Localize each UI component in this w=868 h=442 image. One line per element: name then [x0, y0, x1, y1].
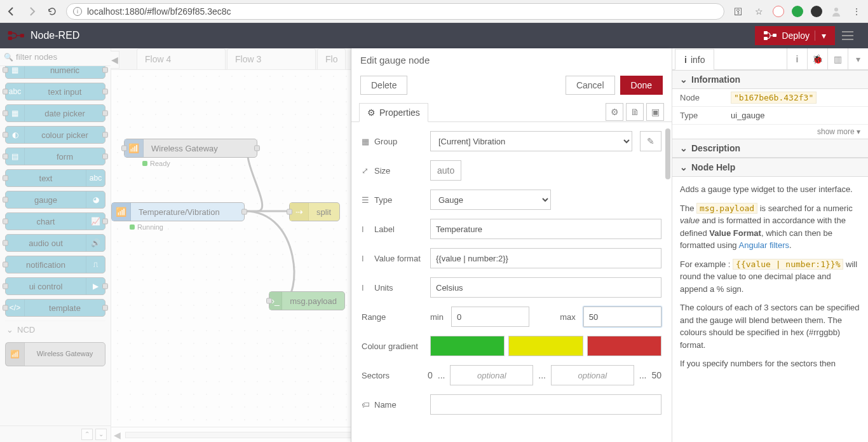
- info-sidebar: iinfo i 🐞 ▥ ▾ ⌄Information Node"b167be6b…: [672, 48, 868, 442]
- url-bar[interactable]: i localhost:1880/#flow/bf269f85.3ec8c: [66, 3, 724, 20]
- search-icon: 🔍: [4, 53, 13, 62]
- angular-filters-link[interactable]: Angular filters: [739, 240, 789, 250]
- menu-dots-icon[interactable]: ⋮: [850, 5, 863, 18]
- palette-node-gauge[interactable]: gauge◕: [5, 191, 105, 209]
- settings-icon[interactable]: ⚙: [606, 103, 623, 121]
- ssector-2-input[interactable]: [551, 365, 634, 385]
- show-more-link[interactable]: show more ▾: [672, 125, 868, 139]
- deploy-button[interactable]: Deploy ▾: [755, 26, 835, 45]
- app-logo: Node-RED: [8, 30, 79, 41]
- node-palette: ◀ 🔍 ▦numeric abctext input ▦date picker …: [0, 48, 111, 442]
- size-button[interactable]: auto: [430, 160, 461, 181]
- group-label: ▦Group: [362, 137, 423, 146]
- palette-collapse-button[interactable]: ◀: [111, 51, 119, 69]
- label-input[interactable]: [430, 219, 661, 239]
- edit-tray: Edit gauge node Delete Cancel Done ⚙ Pro…: [351, 48, 672, 442]
- color-1[interactable]: [430, 336, 505, 356]
- units-input[interactable]: [430, 277, 661, 298]
- reload-button[interactable]: [46, 5, 58, 18]
- type-select[interactable]: Gauge: [430, 190, 551, 210]
- range-label: Range: [362, 312, 423, 322]
- palette-node-ui-control[interactable]: ui control▶: [5, 277, 105, 295]
- flow-node-split[interactable]: ⇢split: [289, 202, 340, 221]
- color-3[interactable]: [587, 336, 661, 356]
- palette-node-text[interactable]: textabc: [5, 169, 105, 187]
- nodered-logo-icon: [8, 30, 25, 41]
- tray-scrollbar[interactable]: [665, 128, 670, 179]
- profile-icon[interactable]: [830, 5, 843, 18]
- sidebar-dashboard-icon[interactable]: ▥: [827, 48, 848, 69]
- sidebar-menu-caret[interactable]: ▾: [848, 48, 868, 69]
- app-title: Node-RED: [31, 30, 79, 41]
- min-label: min: [430, 312, 444, 322]
- section-node-help[interactable]: ⌄Node Help: [672, 158, 868, 177]
- back-button[interactable]: [5, 5, 18, 18]
- palette-node-date-picker[interactable]: ▦date picker: [5, 104, 105, 122]
- appearance-icon[interactable]: ▣: [646, 103, 664, 121]
- palette-node-template[interactable]: </>template: [5, 299, 105, 317]
- sidebar-debug-icon[interactable]: 🐞: [807, 48, 827, 69]
- tab-flow-4[interactable]: Flow 4: [137, 48, 226, 69]
- flow-node-wireless-gateway[interactable]: 📶Wireless Gateway Ready: [124, 139, 257, 158]
- doc-icon[interactable]: 🗎: [626, 103, 644, 121]
- tray-title: Edit gauge node: [351, 48, 672, 72]
- max-input[interactable]: [583, 307, 661, 327]
- palette-search[interactable]: 🔍: [0, 48, 111, 66]
- flow-node-temperature-vibration[interactable]: 📶Temperature/Vibration Running: [111, 202, 245, 221]
- sector-1-input[interactable]: [450, 365, 533, 385]
- value-format-input[interactable]: [430, 248, 661, 268]
- color-2[interactable]: [508, 336, 583, 356]
- ext-icon-3[interactable]: [811, 6, 822, 17]
- palette-filter-input[interactable]: [13, 52, 107, 62]
- palette-node-numeric[interactable]: ▦numeric: [5, 66, 105, 79]
- svg-rect-4: [764, 31, 768, 34]
- tab-flow-partial[interactable]: Flo: [317, 48, 346, 69]
- svg-rect-2: [8, 36, 12, 40]
- svg-point-0: [834, 8, 838, 11]
- forward-button[interactable]: [25, 5, 38, 18]
- tab-flow-3[interactable]: Flow 3: [227, 48, 316, 69]
- max-label: max: [560, 312, 576, 322]
- properties-tab[interactable]: ⚙ Properties: [359, 103, 428, 122]
- palette-node-wireless-gateway[interactable]: 📶Wireless Gateway: [5, 342, 105, 366]
- info-node-key: Node: [680, 93, 731, 102]
- ext-icon-2[interactable]: [792, 6, 803, 17]
- svg-rect-5: [764, 37, 768, 40]
- info-type-value: ui_gauge: [731, 111, 765, 120]
- palette-node-form[interactable]: ▤form: [5, 148, 105, 165]
- palette-node-chart[interactable]: chart📈: [5, 212, 105, 230]
- palette-node-colour-picker[interactable]: ◐colour picker: [5, 126, 105, 144]
- sectors-start: 0: [428, 370, 433, 380]
- svg-rect-3: [20, 34, 24, 38]
- palette-expand-all[interactable]: ⌄: [95, 429, 107, 440]
- size-label: ⤢Size: [362, 166, 423, 176]
- palette-node-notification[interactable]: notification⎍: [5, 256, 105, 273]
- key-icon[interactable]: ⚿: [732, 5, 745, 18]
- delete-button[interactable]: Delete: [360, 76, 407, 95]
- palette-collapse-all[interactable]: ⌃: [81, 429, 93, 440]
- group-select[interactable]: [Current] Vibration: [430, 131, 632, 151]
- ext-icon-1[interactable]: [773, 6, 784, 17]
- deploy-caret-icon[interactable]: ▾: [815, 31, 826, 41]
- flow-node-msg-payload[interactable]: ›_msg.payload: [269, 291, 345, 310]
- edit-group-button[interactable]: ✎: [640, 131, 661, 151]
- cancel-button[interactable]: Cancel: [566, 76, 615, 95]
- name-input[interactable]: [430, 394, 661, 415]
- sidebar-info-icon[interactable]: i: [787, 48, 807, 69]
- deploy-label: Deploy: [782, 31, 810, 41]
- star-icon[interactable]: ☆: [752, 5, 765, 18]
- app-header: Node-RED Deploy ▾: [0, 23, 868, 48]
- palette-node-audio-out[interactable]: audio out🔊: [5, 234, 105, 252]
- section-description[interactable]: ⌄Description: [672, 139, 868, 158]
- section-information[interactable]: ⌄Information: [672, 70, 868, 89]
- palette-node-text-input[interactable]: abctext input: [5, 83, 105, 100]
- done-button[interactable]: Done: [620, 76, 663, 95]
- info-icon: i: [73, 7, 82, 16]
- min-input[interactable]: [451, 307, 529, 327]
- palette-category-ncd[interactable]: ⌄NCD: [5, 321, 105, 338]
- hamburger-menu-button[interactable]: [835, 23, 860, 48]
- vf-label: IValue format: [362, 254, 423, 263]
- sidebar-tab-info[interactable]: iinfo: [675, 49, 714, 70]
- gear-icon: ⚙: [367, 107, 376, 118]
- name-label: 🏷Name: [362, 400, 423, 410]
